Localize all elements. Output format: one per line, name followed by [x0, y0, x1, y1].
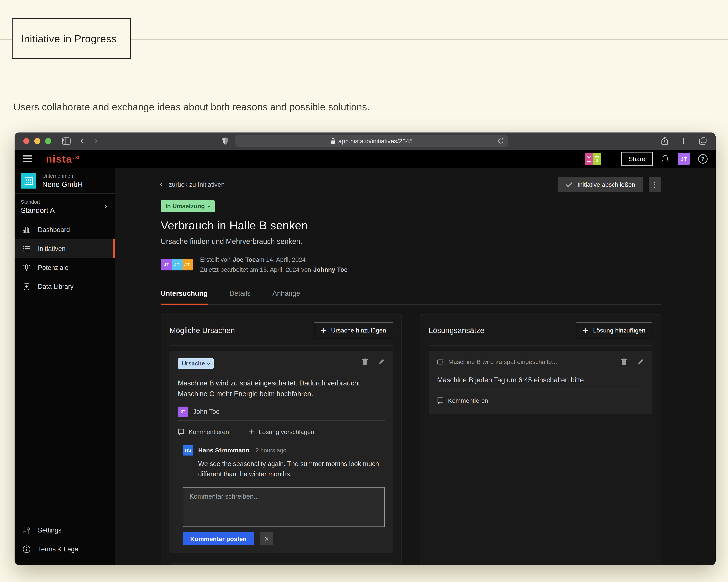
- annotation-title: Initiative in Progress: [21, 33, 116, 45]
- company-name: Nene GmbH: [42, 180, 83, 188]
- avatar: JT: [181, 259, 193, 270]
- sidebar-item-label: Potenziale: [38, 264, 69, 271]
- info-icon: [22, 545, 31, 553]
- cause-text: Maschine B wird zu spät eingeschaltet. D…: [178, 378, 385, 399]
- comment-item: HS Hans Strommann 2 hours ago We see the…: [183, 445, 385, 479]
- user-avatar[interactable]: JT: [678, 153, 690, 165]
- new-tab-icon[interactable]: [680, 137, 687, 145]
- sidebar-item-dashboard[interactable]: Dashboard: [15, 220, 115, 239]
- forward-icon[interactable]: [94, 139, 97, 142]
- site-label: Standort: [21, 199, 108, 205]
- participant-avatars[interactable]: JT JT JT: [161, 259, 191, 270]
- sidebar-item-potenziale[interactable]: Potenziale: [15, 258, 115, 277]
- browser-window: app.nista.io/initiatives/2345: [15, 132, 716, 565]
- author-avatar: JT: [178, 406, 188, 417]
- suggest-solution-action[interactable]: Lösung vorschlagen: [239, 426, 314, 438]
- site-name: Standort A: [21, 206, 108, 215]
- page: Initiative in Progress Users collaborate…: [0, 0, 728, 582]
- add-solution-button[interactable]: Lösung hinzufügen: [576, 322, 652, 338]
- badge-left: ×× —: [585, 153, 593, 165]
- solutions-panel: Lösungsansätze Lösung hinzufügen Maschin…: [420, 314, 661, 565]
- lock-icon: [331, 138, 335, 144]
- back-icon[interactable]: [81, 139, 84, 142]
- sidebar-item-label: Settings: [38, 527, 61, 534]
- building-icon: [21, 173, 36, 188]
- linked-cause-ref[interactable]: Maschine B wird zu spät eingeschalte...: [437, 358, 557, 365]
- address-bar[interactable]: app.nista.io/initiatives/2345: [235, 135, 508, 147]
- tab-untersuchung[interactable]: Untersuchung: [161, 290, 208, 305]
- chevron-left-icon: [160, 183, 164, 187]
- comment-input[interactable]: [183, 487, 385, 527]
- complete-initiative-button[interactable]: Initiative abschließen: [558, 177, 643, 192]
- sidebar-item-label: Data Library: [38, 283, 74, 290]
- gamification-badge[interactable]: ×× — ♥♥ 3: [585, 153, 601, 165]
- tab-overview-icon[interactable]: [699, 137, 707, 145]
- avatar: JT: [171, 259, 183, 270]
- chevron-down-icon: [208, 204, 211, 208]
- comment-composer: Kommentar posten ×: [183, 487, 385, 546]
- sidebar-toggle-icon[interactable]: [62, 137, 71, 145]
- solution-card: Maschine B wird zu spät eingeschalte...: [429, 351, 652, 415]
- share-page-icon[interactable]: [661, 137, 668, 146]
- add-cause-button[interactable]: Ursache hinzufügen: [314, 322, 393, 338]
- cause-card-rejected: Abgelehnt Maschine B muss vielleicht neu…: [170, 562, 393, 565]
- cause-type-badge[interactable]: Ursache: [178, 358, 214, 369]
- back-to-initiatives-link[interactable]: zurück zu Initiativen: [161, 181, 225, 188]
- company-label: Unternehmen: [42, 173, 83, 179]
- avatar: JT: [161, 259, 172, 270]
- comment-action[interactable]: Kommentieren: [437, 395, 488, 407]
- minimize-window-button[interactable]: [34, 138, 41, 144]
- more-options-button[interactable]: ⋮: [649, 177, 661, 192]
- chevron-down-icon: [207, 362, 210, 365]
- zoom-window-button[interactable]: [45, 138, 51, 144]
- navbar-divider: [611, 153, 612, 165]
- cancel-comment-button[interactable]: ×: [260, 532, 273, 546]
- edit-icon[interactable]: [378, 358, 385, 366]
- url-text: app.nista.io/initiatives/2345: [338, 138, 413, 145]
- notifications-bell-icon[interactable]: [661, 154, 669, 163]
- tab-anhaenge[interactable]: Anhänge: [272, 290, 300, 305]
- status-badge[interactable]: In Umsetzung: [161, 200, 215, 212]
- menu-icon[interactable]: [23, 155, 32, 162]
- help-icon[interactable]: ?: [698, 154, 708, 164]
- site-selector[interactable]: Standort Standort A: [15, 194, 115, 220]
- reload-icon[interactable]: [498, 138, 504, 144]
- annotation-title-box: Initiative in Progress: [11, 18, 131, 59]
- delete-icon[interactable]: [621, 358, 627, 366]
- browser-chrome: app.nista.io/initiatives/2345: [15, 132, 716, 150]
- causes-panel-title: Mögliche Ursachen: [170, 326, 235, 335]
- sidebar-item-terms-legal[interactable]: Terms & Legal: [15, 540, 115, 559]
- share-button[interactable]: Share: [621, 152, 653, 166]
- delete-icon[interactable]: [362, 358, 368, 366]
- list-icon: [22, 245, 31, 252]
- edited-line: Zuletzt bearbeitet am 15. April, 2024 vo…: [200, 266, 347, 273]
- close-window-button[interactable]: [23, 138, 29, 144]
- commenter-name: Hans Strommann: [198, 447, 250, 454]
- data-beacon-icon: [22, 283, 31, 291]
- cause-card: Ursache: [170, 351, 393, 553]
- bulb-icon: [22, 264, 31, 272]
- meta-row: JT JT JT Erstellt vonJoe Toeam 14. April…: [161, 256, 661, 273]
- linked-card-icon: [437, 360, 444, 365]
- sidebar-item-label: Terms & Legal: [38, 546, 80, 553]
- tab-details[interactable]: Details: [230, 290, 251, 305]
- sidebar-item-settings[interactable]: Settings: [15, 521, 115, 540]
- badge-right: ♥♥ 3: [593, 153, 601, 165]
- causes-panel: Mögliche Ursachen Ursache hinzufügen Urs…: [161, 314, 402, 565]
- created-line: Erstellt vonJoe Toeam 14. April, 2024: [200, 256, 347, 263]
- post-comment-button[interactable]: Kommentar posten: [183, 532, 254, 546]
- sidebar-item-data-library[interactable]: Data Library: [15, 277, 115, 296]
- nista-logo[interactable]: nista.io: [46, 153, 80, 165]
- comment-bubble-icon: [437, 397, 444, 404]
- company-selector[interactable]: Unternehmen Nene GmbH: [15, 168, 115, 193]
- sidebar-item-initiativen[interactable]: Initiativen: [15, 239, 115, 258]
- comment-bubble-icon: [178, 428, 184, 435]
- solution-text: Maschine B jeden Tag um 6:45 einschalten…: [437, 375, 644, 386]
- page-subtitle: Ursache finden und Mehrverbrauch senken.: [161, 237, 661, 245]
- shield-icon[interactable]: [222, 137, 229, 145]
- comment-action[interactable]: Kommentieren: [178, 426, 229, 438]
- edit-icon[interactable]: [638, 358, 644, 366]
- annotation-caption: Users collaborate and exchange ideas abo…: [14, 101, 370, 112]
- commenter-avatar: HS: [183, 445, 193, 455]
- comment-text: We see the seasonality again. The summer…: [198, 459, 385, 479]
